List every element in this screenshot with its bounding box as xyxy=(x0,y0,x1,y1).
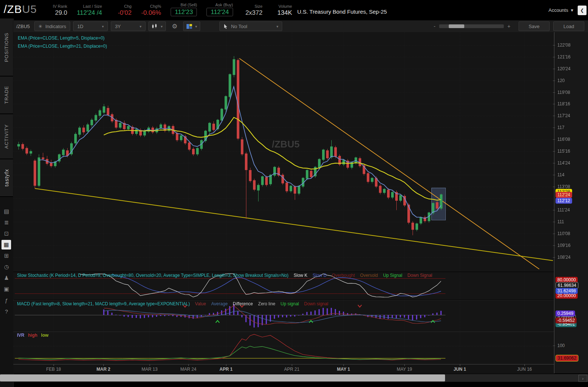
quote-field-label: Chg xyxy=(124,4,131,9)
chart-scrollbar[interactable]: › xyxy=(0,374,588,382)
time-tick-mark xyxy=(343,364,344,366)
quote-field: Volume134K xyxy=(272,4,292,16)
legend-item: Zero line xyxy=(258,301,276,306)
collapse-panel-button[interactable]: ❮ xyxy=(578,6,587,15)
quote-field[interactable]: Ask (Buy)112'24 xyxy=(206,3,233,16)
quote-field-label: Ask (Buy) xyxy=(215,3,233,7)
zoom-slider[interactable] xyxy=(439,24,504,28)
list-icon[interactable]: ≣ xyxy=(0,218,13,227)
quote-fields: IV Rank29.0Last / Size112'24 /4Chg-0'02C… xyxy=(47,3,292,16)
time-tick-mark xyxy=(524,364,525,366)
sidebar-tab-label: tastyfx xyxy=(4,169,10,186)
legend-item: Difference xyxy=(233,301,253,306)
quote-field-value: 2x372 xyxy=(245,9,262,16)
fx-icon[interactable]: ƒ xyxy=(0,295,13,305)
price-tick-label: 120'24 xyxy=(557,66,571,71)
accounts-label: Accounts xyxy=(548,7,568,13)
scrollbar-right-arrow[interactable]: › xyxy=(578,375,587,382)
ivr-canvas[interactable] xyxy=(13,332,554,364)
monitor-icon[interactable]: ⊡ xyxy=(0,229,13,238)
quote-field-label: Bid (Sell) xyxy=(181,3,197,7)
quote-field-value: 29.0 xyxy=(55,9,67,16)
symbol-title: /ZBU5 xyxy=(4,3,37,16)
macd-panel[interactable]: MACD (Fast length=8, Slow length=21, MAC… xyxy=(13,300,554,332)
drawing-tool-dropdown[interactable]: No Tool ▾ xyxy=(219,21,282,31)
time-axis[interactable]: FEB 18MAR 2MAR 13MAR 24APR 1APR 21MAY 1M… xyxy=(13,364,554,374)
quote-field-value: -0'02 xyxy=(118,9,131,16)
range-dropdown[interactable]: 3Y▾ xyxy=(111,21,146,31)
quote-field: Last / Size112'24 /4 xyxy=(77,4,102,16)
sidebar-tab-label: TRADE xyxy=(4,86,9,104)
time-tick-label: MAR 2 xyxy=(96,367,110,372)
axis-value-bubble: 0.25949 xyxy=(555,310,575,316)
time-tick-label: JUN 1 xyxy=(454,367,466,372)
sidebar-tab-tastyfx[interactable]: tastyfx xyxy=(0,159,13,197)
price-tick-label: 111 xyxy=(557,219,564,224)
legend-item: Up Signal xyxy=(383,273,402,278)
toolbar-symbol: /ZBU5 xyxy=(16,24,30,29)
accounts-dropdown[interactable]: Accounts ▾ xyxy=(548,7,573,13)
clock-icon[interactable]: ◷ xyxy=(0,262,13,272)
time-tick-label: MAY 1 xyxy=(337,367,350,372)
quote-field-label: Last / Size xyxy=(83,4,102,9)
time-tick-mark xyxy=(460,364,460,366)
chart-settings-button[interactable]: ⚙ xyxy=(169,22,180,31)
sidebar-tab-activity[interactable]: ACTIVITY xyxy=(0,114,13,159)
zoom-in-button[interactable]: + xyxy=(507,23,510,29)
zoom-slider-handle[interactable] xyxy=(449,24,464,28)
price-tick-label: 111'24 xyxy=(557,207,570,213)
legend-item: Average xyxy=(211,301,228,306)
sidebar-tab-positions[interactable]: POSITIONS xyxy=(0,18,13,77)
timeframe-dropdown[interactable]: 1D▾ xyxy=(73,21,108,31)
help-icon[interactable]: ? xyxy=(0,306,13,316)
legend-item: low xyxy=(41,333,48,338)
calendar-icon[interactable]: ▣ xyxy=(0,284,13,294)
legend-item: high xyxy=(28,333,37,338)
price-chart-panel[interactable] xyxy=(13,32,554,272)
news-icon[interactable]: ▤ xyxy=(0,207,13,216)
instrument-description: U.S. Treasury Bond Futures, Sep-25 xyxy=(297,9,387,15)
time-tick-mark xyxy=(54,364,54,366)
macd-title[interactable]: MACD (Fast length=8, Slow length=21, MAC… xyxy=(17,301,190,306)
scrollbar-thumb[interactable] xyxy=(0,374,445,381)
load-button[interactable]: Load xyxy=(553,21,584,31)
stochastic-legend: Slow KSlow DOverboughtOversoldUp SignalD… xyxy=(294,273,433,278)
price-tick-label: 121'16 xyxy=(557,54,571,60)
stochastic-panel[interactable]: Slow Stochastic (K Period=14, D Period=9… xyxy=(13,272,554,300)
sidebar-tab-label: ACTIVITY xyxy=(4,124,9,149)
stochastic-title[interactable]: Slow Stochastic (K Period=14, D Period=9… xyxy=(17,273,288,278)
axis-value-bubble: -0.59452 xyxy=(555,318,577,323)
chevron-down-icon: ▾ xyxy=(276,24,278,28)
chart-icon[interactable]: ▦ xyxy=(1,240,11,249)
price-chart-canvas[interactable] xyxy=(13,32,554,272)
people-icon[interactable]: ♟ xyxy=(0,273,13,283)
price-tick-label: 117'24 xyxy=(557,113,570,118)
time-tick-label: JUN 16 xyxy=(517,367,532,372)
price-tick-label: 114'24 xyxy=(557,160,570,166)
ema21-label[interactable]: EMA (Price=CLOSE, Length=21, Displace=0) xyxy=(18,42,107,50)
apps-icon[interactable]: ⊞ xyxy=(0,251,13,261)
zoom-out-button[interactable]: - xyxy=(434,23,435,29)
price-tick-label: 109'16 xyxy=(557,243,571,248)
ema5-label[interactable]: EMA (Price=CLOSE, Length=5, Displace=0) xyxy=(18,34,107,42)
quote-field-value[interactable]: 112'24 xyxy=(206,8,233,16)
quote-field-value: 134K xyxy=(277,9,292,16)
save-button[interactable]: Save xyxy=(519,21,550,31)
chart-type-dropdown[interactable]: ▾ xyxy=(148,21,166,31)
quote-field[interactable]: Bid (Sell)112'23 xyxy=(171,3,197,16)
price-axis[interactable]: 122'08121'16120'24120119'08118'16117'241… xyxy=(554,32,588,373)
chart-toolbar: /ZBU5 ✳ Indicators 1D▾ 3Y▾ ▾ ⚙ ▾ No Tool… xyxy=(13,20,588,32)
quote-field-value: -0.06% xyxy=(141,9,161,16)
symbol-suffix: U5 xyxy=(22,3,37,15)
indicators-button[interactable]: ✳ Indicators xyxy=(34,21,70,31)
axis-value-bubble: 112'24 xyxy=(555,192,572,198)
time-tick-mark xyxy=(188,364,189,366)
price-tick-label: 119'08 xyxy=(557,90,570,95)
time-tick-label: MAR 13 xyxy=(141,367,157,372)
quote-field-value[interactable]: 112'23 xyxy=(171,8,197,16)
sidebar-tab-trade[interactable]: TRADE xyxy=(0,77,13,114)
axis-value-bubble: 31.62498 xyxy=(555,288,578,294)
macd-legend: ValueAverageDifferenceZero lineUp signal… xyxy=(195,301,328,306)
layout-dropdown[interactable]: ▾ xyxy=(183,21,200,31)
ivr-panel[interactable]: IVRhighlow xyxy=(13,332,554,364)
